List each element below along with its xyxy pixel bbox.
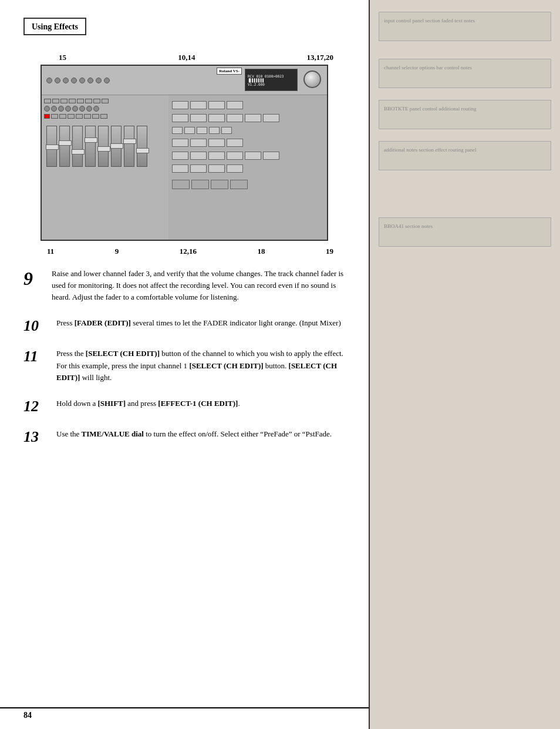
step-12-text: Hold down a [SHIFT] and press [EFFECT-1 … (56, 398, 345, 414)
sidebar-block-2: channel selector options bar control not… (379, 59, 551, 88)
mixer-right-panel (168, 95, 327, 240)
step-11-number: 11 (23, 348, 56, 383)
ch-btn-6 (85, 99, 92, 103)
diagram-labels-top: 15 10,14 13,17,20 (23, 53, 345, 62)
fader-cap-8 (136, 148, 149, 153)
step-13-text: Use the TIME/VALUE dial to turn the effe… (56, 428, 345, 445)
diagram-label-131720: 13,17,20 (307, 53, 334, 62)
r-btn-23 (208, 164, 225, 173)
fader-cap-3 (72, 149, 85, 154)
r-btn-1 (172, 101, 188, 109)
r-btn-22 (190, 164, 207, 173)
transport-btn-1 (172, 180, 190, 189)
select-btn-7 (92, 114, 99, 119)
r-btn-6 (190, 114, 207, 122)
ch-knob-8 (93, 106, 99, 112)
knob-5 (79, 78, 85, 83)
page-number: 84 (23, 711, 32, 720)
step-9-text: Raise and lower channel fader 3, and ver… (52, 268, 345, 303)
select-btn-4 (68, 114, 75, 119)
right-btn-row-4 (168, 136, 327, 149)
ch-knob-2 (51, 106, 57, 112)
fader-5 (98, 126, 109, 167)
step-10: 10 Press [FADER (EDIT)] several times to… (23, 317, 345, 334)
mixer-inner: Roland VS- RCV 010 0100>0023 ▐▌▌▌▌▌▌▌ V1… (42, 66, 327, 240)
bottom-line (0, 707, 369, 708)
r-btn-sm-5 (221, 127, 232, 134)
sidebar-text-2: channel selector options bar control not… (384, 64, 546, 72)
ch-knob-7 (86, 106, 92, 112)
ch-knob-6 (79, 106, 85, 112)
r-btn-13 (208, 139, 225, 147)
page-container: Using Effects 15 10,14 13,17,20 (0, 0, 560, 729)
right-btn-row-5 (168, 149, 327, 162)
diagram-label-18: 18 (258, 247, 265, 256)
right-btn-row-2 (168, 112, 327, 125)
diagram-container: 15 10,14 13,17,20 (23, 53, 345, 256)
r-btn-10 (263, 114, 279, 122)
knob-2 (55, 78, 60, 83)
channel-row-2 (42, 105, 170, 113)
step-11-text: Press the [SELECT (CH EDIT)] button of t… (56, 348, 345, 383)
r-btn-7 (208, 114, 225, 122)
knob-7 (96, 78, 102, 83)
step-11: 11 Press the [SELECT (CH EDIT)] button o… (23, 348, 345, 383)
main-content: Using Effects 15 10,14 13,17,20 (0, 0, 370, 729)
step-9-number: 9 (23, 268, 52, 303)
r-btn-12 (190, 139, 207, 147)
ch-btn-7 (93, 99, 100, 103)
step-10-text: Press [FADER (EDIT)] several times to le… (56, 317, 345, 334)
r-btn-21 (172, 164, 188, 173)
select-btn-2 (51, 114, 58, 119)
fader-cap-4 (85, 137, 97, 143)
sidebar-text-4: additional notes section effect routing … (384, 146, 546, 154)
select-btn-3 (59, 114, 66, 119)
mixer-top-panel: Roland VS- RCV 010 0100>0023 ▐▌▌▌▌▌▌▌ V1… (42, 66, 327, 95)
select-btn-6 (84, 114, 91, 119)
knob-3 (63, 78, 69, 83)
channel-row-3 (42, 113, 170, 120)
fader-2 (59, 126, 70, 167)
sidebar: input control panel section faded text n… (370, 0, 560, 729)
display-text-2: ▐▌▌▌▌▌▌▌ (248, 78, 295, 82)
step-10-number: 10 (23, 317, 56, 334)
ch-knob-3 (58, 106, 64, 112)
ch-btn-8 (102, 99, 109, 103)
fader-cap-1 (46, 145, 59, 150)
fader-1 (46, 126, 57, 167)
r-btn-19 (245, 152, 261, 160)
r-btn-2 (190, 101, 207, 109)
diagram-label-19: 19 (326, 247, 333, 256)
fader-7 (124, 126, 134, 167)
ch-btn-4 (69, 99, 76, 103)
r-btn-4 (227, 101, 243, 109)
knob-6 (87, 78, 93, 83)
knob-8 (104, 78, 110, 83)
channel-row-1 (42, 98, 170, 105)
ch-knob-4 (65, 106, 71, 112)
fader-cap-5 (97, 146, 110, 152)
transport-btn-4 (230, 180, 248, 189)
right-btn-row-7 (168, 177, 327, 192)
ch-btn-1 (44, 99, 51, 103)
r-btn-sm-4 (209, 127, 220, 134)
transport-btn-3 (211, 180, 228, 189)
roland-logo: Roland VS- (217, 68, 242, 75)
fader-cap-6 (110, 143, 123, 149)
right-btn-row-3 (168, 125, 327, 136)
sidebar-text-5: BBOA41 section notes (384, 223, 546, 231)
select-btn-5 (76, 114, 83, 119)
r-btn-sm-2 (184, 127, 195, 134)
main-dial (303, 70, 321, 88)
ch-btn-2 (52, 99, 59, 103)
step-9: 9 Raise and lower channel fader 3, and v… (23, 268, 345, 303)
section-header: Using Effects (23, 18, 86, 35)
r-btn-16 (190, 152, 207, 160)
r-btn-3 (208, 101, 225, 109)
knob-1 (46, 78, 52, 83)
select-btn-8 (100, 114, 107, 119)
fader-section (42, 120, 170, 167)
step-12-number: 12 (23, 398, 56, 414)
diagram-label-1014: 10,14 (178, 53, 195, 62)
diagram-label-15: 15 (59, 53, 66, 62)
